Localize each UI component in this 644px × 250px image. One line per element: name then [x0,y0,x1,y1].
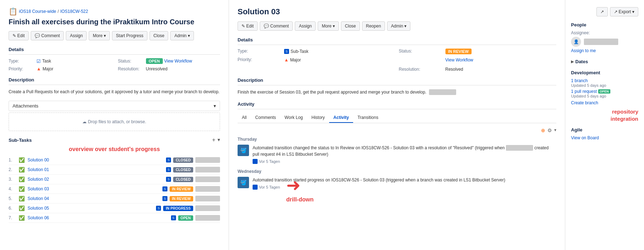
subtask-num: 3. [9,177,16,182]
drill-down-annotation: drill-down [286,196,313,203]
attachments-header[interactable]: Attachments ▾ [9,101,220,111]
type-value: ☑ Task [36,59,51,64]
right-workflow-link[interactable]: View Workflow [445,58,473,62]
activity-avatar: 🪣 [238,145,249,156]
feed-chevron-icon[interactable]: ▾ [554,128,556,133]
right-reopen-button[interactable]: Reopen [362,21,385,31]
dates-toggle[interactable]: ▶ Dates [571,59,638,64]
subtasks-menu-icon[interactable]: ▾ [218,137,220,143]
subtask-check-icon: ✅ [19,157,25,163]
activity-time: Vor 5 Tagen [259,159,280,164]
subtask-link[interactable]: Solution 01 [28,167,163,172]
left-toolbar: ✎ Edit 💬 Comment Assign More ▾ Start Pro… [9,31,220,40]
right-close-button[interactable]: Close [341,21,360,31]
tab-comments[interactable]: Comments [251,113,280,123]
workflow-link[interactable]: View Workflow [164,59,192,64]
right-status-value: IN REVIEW [445,49,557,54]
subtask-row: 3. ✅ Solution 02 S CLOSED hidden [9,175,220,184]
tab-work-log[interactable]: Work Log [280,113,307,123]
attachments-chevron-icon: ▾ [214,103,216,109]
subtask-blurred: hidden [195,196,220,201]
upload-icon: ☁ [82,119,87,124]
breadcrumb-icon: 📋 [9,7,18,16]
right-main-content: Solution 03 ✎ Edit 💬 Comment Assign More… [229,0,565,250]
subtask-link[interactable]: Solution 04 [28,196,160,201]
assign-to-me-link[interactable]: Assign to me [571,48,638,53]
comment-button[interactable]: 💬 Comment [31,31,64,40]
drop-zone[interactable]: ☁ Drop files to attach, or browse. [9,112,220,131]
view-board-link[interactable]: View on Board [571,135,638,140]
right-sidebar: ↗ ↗ Export ▾ People Assignee: 👤 hidden A… [565,0,644,250]
subtask-row: 6. ✅ Solution 05 S IN PROGRESS hidden [9,204,220,213]
subtask-link[interactable]: Solution 03 [28,186,160,191]
export-button[interactable]: ↗ Export ▾ [610,7,638,16]
export-area: ↗ ↗ Export ▾ [571,7,638,16]
pr-row: 1 pull request OPEN [571,89,638,94]
agile-section: Agile View on Board [571,127,638,140]
settings-icon[interactable]: ⚙ [547,128,552,133]
start-progress-button[interactable]: Start Progress [112,31,147,40]
branch-link[interactable]: 1 branch [571,78,638,83]
activity-avatar: 🪣 [238,177,249,188]
subtask-check-icon: ✅ [19,167,25,172]
right-priority-label: Priority: [238,57,280,62]
breadcrumb: 📋 iOS18 Course-wide / IOS18CW-522 [9,7,220,16]
close-button[interactable]: Close [150,31,169,40]
right-more-button[interactable]: More ▾ [318,21,339,31]
subtasks-section: Sub-Tasks + ▾ overview over student's pr… [9,137,220,223]
tab-transitions[interactable]: Transitions [353,113,382,123]
tab-history[interactable]: History [307,113,329,123]
subtask-type-icon: S [162,196,167,201]
subtask-link[interactable]: Solution 02 [28,177,163,182]
subtask-row: 7. ✅ Solution 06 S OPEN hidden [9,213,220,223]
priority-value: ▲ Major [36,66,53,71]
day-label: Wednesday [238,169,556,174]
feed-controls: ⊕ ⚙ ▾ [238,128,556,133]
pr-link[interactable]: 1 pull request [571,89,597,94]
tab-all[interactable]: All [238,113,251,123]
share-button[interactable]: ↗ [596,7,608,16]
tab-activity[interactable]: Activity [329,113,353,123]
subtask-check-icon: ✅ [19,215,25,221]
issue-title: Finish all exercises during the iPraktik… [9,18,220,26]
resolution-value: Unresolved [146,66,168,71]
attachments-section: Attachments ▾ ☁ Drop files to attach, or… [9,101,220,131]
right-comment-button[interactable]: 💬 Comment [260,21,293,31]
subtask-type-icon: S [166,167,171,172]
issue-title-text: Finish all exercises during the iPraktik… [9,18,194,26]
priority-row: Priority: ▲ Major [9,66,111,71]
right-workflow-label [399,57,442,62]
breadcrumb-link-course[interactable]: iOS18 Course-wide [19,9,56,14]
description-section: Description Create a Pull Requests for e… [9,77,220,95]
activity-item: 🪣 Automated transition started progress … [238,177,556,190]
add-subtask-icon[interactable]: + [212,137,215,143]
more-button[interactable]: More ▾ [89,31,110,40]
create-branch-link[interactable]: Create branch [571,100,638,105]
assign-button[interactable]: Assign [66,31,87,40]
subtask-type-icon: S [162,186,167,191]
people-section: People Assignee: 👤 hidden Assign to me [571,22,638,53]
right-workflow-link-cell: View Workflow [445,57,557,62]
dates-title: Dates [575,59,588,64]
right-resolution-label: Resolution: [399,67,442,72]
rss-icon[interactable]: ⊕ [541,128,545,133]
subtask-list: 1. ✅ Solution 00 S CLOSED hidden 2. ✅ So… [9,155,220,223]
subtask-right: S IN REVIEW hidden [162,196,220,201]
right-details-grid: Type: S Sub-Task Status: IN REVIEW Prior… [238,49,556,72]
subtask-link[interactable]: Solution 00 [28,158,163,162]
drill-down-arrow-area: ➜ drill-down [286,175,313,203]
right-assign-button[interactable]: Assign [295,21,316,31]
subtask-icon: S [284,49,289,54]
subtask-num: 1. [9,158,16,162]
subtask-link[interactable]: Solution 06 [28,215,168,220]
admin-button[interactable]: Admin ▾ [170,31,194,40]
edit-button[interactable]: ✎ Edit [9,31,29,40]
subtask-link[interactable]: Solution 05 [28,206,153,211]
breadcrumb-link-issue[interactable]: IOS18CW-522 [60,9,88,14]
subtask-status: CLOSED [173,177,193,182]
right-admin-button[interactable]: Admin ▾ [387,21,410,31]
right-edit-button[interactable]: ✎ Edit [238,21,258,31]
subtask-type-icon: S [171,215,176,220]
right-status-badge: IN REVIEW [445,49,472,54]
activity-section-title: Activity [238,101,556,109]
